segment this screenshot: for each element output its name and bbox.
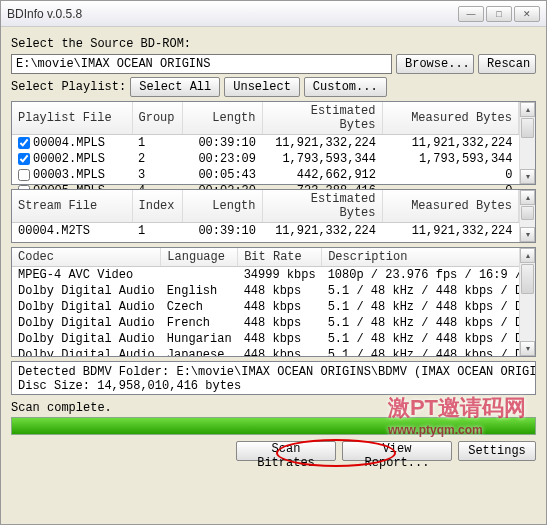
table-row[interactable]: MPEG-4 AVC Video34999 kbps1080p / 23.976… — [12, 267, 536, 284]
table-row[interactable]: Dolby Digital AudioHungarian448 kbps5.1 … — [12, 331, 536, 347]
unselect-button[interactable]: Unselect — [224, 77, 300, 97]
window-title: BDInfo v.0.5.8 — [7, 7, 456, 21]
disc-size: Disc Size: 14,958,010,416 bytes — [18, 379, 241, 393]
app-window: BDInfo v.0.5.8 — □ ✕ Select the Source B… — [0, 0, 547, 525]
table-row[interactable]: 00004.M2TS100:39:1011,921,332,22411,921,… — [12, 223, 519, 240]
col-bitrate[interactable]: Bit Rate — [238, 248, 322, 267]
detected-folder: Detected BDMV Folder: E:\movie\IMAX OCEA… — [18, 365, 536, 379]
titlebar[interactable]: BDInfo v.0.5.8 — □ ✕ — [1, 1, 546, 27]
select-playlist-label: Select Playlist: — [11, 80, 126, 94]
table-row[interactable]: Dolby Digital AudioCzech448 kbps5.1 / 48… — [12, 299, 536, 315]
stream-scrollbar[interactable]: ▴▾ — [519, 190, 535, 242]
col-st-est[interactable]: Estimated Bytes — [262, 190, 382, 223]
table-row[interactable]: 00002.MPLS200:23:091,793,593,3441,793,59… — [12, 151, 519, 167]
table-row[interactable]: 00003.MPLS300:05:43442,662,9120 — [12, 167, 519, 183]
col-lang[interactable]: Language — [161, 248, 238, 267]
table-row[interactable]: 00004.MPLS100:39:1011,921,332,22411,921,… — [12, 135, 519, 152]
maximize-button[interactable]: □ — [486, 6, 512, 22]
playlist-checkbox[interactable] — [18, 153, 30, 165]
playlist-scrollbar[interactable]: ▴▾ — [519, 102, 535, 184]
playlist-checkbox[interactable] — [18, 137, 30, 149]
source-path-input[interactable] — [11, 54, 392, 74]
col-playlist-file[interactable]: Playlist File — [12, 102, 132, 135]
col-st-meas[interactable]: Measured Bytes — [382, 190, 519, 223]
col-codec[interactable]: Codec — [12, 248, 161, 267]
table-row[interactable]: Dolby Digital AudioJapanese448 kbps5.1 /… — [12, 347, 536, 357]
close-button[interactable]: ✕ — [514, 6, 540, 22]
scan-bitrates-button[interactable]: Scan Bitrates — [236, 441, 336, 461]
table-row[interactable]: Dolby Digital AudioFrench448 kbps5.1 / 4… — [12, 315, 536, 331]
source-label: Select the Source BD-ROM: — [11, 37, 536, 51]
stream-panel: Stream File Index Length Estimated Bytes… — [11, 189, 536, 243]
col-st-length[interactable]: Length — [182, 190, 262, 223]
select-all-button[interactable]: Select All — [130, 77, 220, 97]
info-box: Detected BDMV Folder: E:\movie\IMAX OCEA… — [11, 361, 536, 395]
scan-status: Scan complete. — [11, 401, 112, 415]
stream-table[interactable]: Stream File Index Length Estimated Bytes… — [12, 190, 519, 239]
col-stream-file[interactable]: Stream File — [12, 190, 132, 223]
client-area: Select the Source BD-ROM: Browse... Resc… — [1, 27, 546, 467]
col-group[interactable]: Group — [132, 102, 182, 135]
browse-button[interactable]: Browse... — [396, 54, 474, 74]
playlist-table[interactable]: Playlist File Group Length Estimated Byt… — [12, 102, 519, 199]
settings-button[interactable]: Settings — [458, 441, 536, 461]
col-est[interactable]: Estimated Bytes — [262, 102, 382, 135]
codec-panel: Codec Language Bit Rate Description MPEG… — [11, 247, 536, 357]
playlist-panel: Playlist File Group Length Estimated Byt… — [11, 101, 536, 185]
col-index[interactable]: Index — [132, 190, 182, 223]
col-meas[interactable]: Measured Bytes — [382, 102, 519, 135]
view-report-button[interactable]: View Report... — [342, 441, 452, 461]
minimize-button[interactable]: — — [458, 6, 484, 22]
col-length[interactable]: Length — [182, 102, 262, 135]
col-desc[interactable]: Description — [322, 248, 536, 267]
rescan-button[interactable]: Rescan — [478, 54, 536, 74]
custom-button[interactable]: Custom... — [304, 77, 387, 97]
playlist-checkbox[interactable] — [18, 169, 30, 181]
codec-scrollbar[interactable]: ▴▾ — [519, 248, 535, 356]
progress-fill — [12, 418, 535, 434]
codec-table[interactable]: Codec Language Bit Rate Description MPEG… — [12, 248, 536, 357]
progress-bar — [11, 417, 536, 435]
table-row[interactable]: Dolby Digital AudioEnglish448 kbps5.1 / … — [12, 283, 536, 299]
